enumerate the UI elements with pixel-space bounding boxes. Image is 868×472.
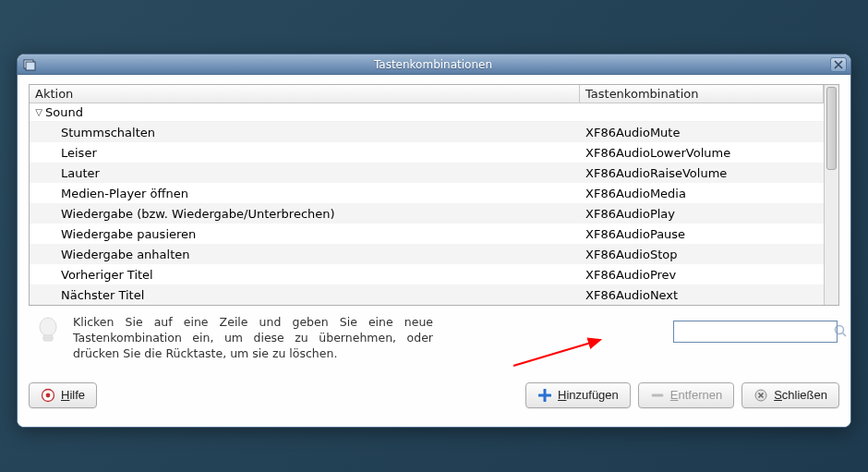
svg-line-6 xyxy=(843,333,847,336)
table-row[interactable]: Medien-Player öffnenXF86AudioMedia xyxy=(30,183,824,203)
cell-combo: XF86AudioPrev xyxy=(580,268,824,282)
scrollbar[interactable] xyxy=(824,85,838,305)
help-button[interactable]: Hilfe xyxy=(29,382,97,408)
column-action[interactable]: Aktion xyxy=(30,85,580,103)
cell-combo: XF86AudioNext xyxy=(580,288,824,302)
plus-icon xyxy=(537,388,552,403)
svg-rect-1 xyxy=(26,62,35,70)
table-row[interactable]: Wiedergabe (bzw. Wiedergabe/Unterbrechen… xyxy=(30,203,824,224)
search-input[interactable] xyxy=(678,325,833,339)
button-row: Hilfe Hinzufügen Entfernen Schließen xyxy=(29,382,839,408)
svg-point-2 xyxy=(40,318,56,336)
add-label: Hinzufügen xyxy=(558,388,619,402)
remove-label: Entfernen xyxy=(670,388,722,402)
table-row[interactable]: StummschaltenXF86AudioMute xyxy=(30,122,824,142)
shortcuts-table: Aktion Tastenkombination ▽SoundStummscha… xyxy=(29,84,839,306)
table-row[interactable]: Wiedergabe anhaltenXF86AudioStop xyxy=(30,244,824,264)
group-row[interactable]: ▽Sound xyxy=(30,103,824,122)
close-label: Schließen xyxy=(774,388,827,402)
svg-point-8 xyxy=(46,393,51,397)
cell-action: Medien-Player öffnen xyxy=(30,187,580,200)
scrollbar-thumb[interactable] xyxy=(826,87,837,170)
window-icon xyxy=(23,58,36,71)
table-row[interactable]: LauterXF86AudioRaiseVolume xyxy=(30,163,824,183)
cell-combo: XF86AudioLowerVolume xyxy=(580,146,824,160)
table-row[interactable]: LeiserXF86AudioLowerVolume xyxy=(30,142,824,163)
svg-point-5 xyxy=(836,325,844,333)
window-title: Tastenkombinationen xyxy=(36,58,830,71)
titlebar[interactable]: Tastenkombinationen xyxy=(18,54,850,75)
dialog-window: Tastenkombinationen Aktion Tastenkombina… xyxy=(17,54,851,428)
hint-row: Klicken Sie auf eine Zeile und geben Sie… xyxy=(29,315,839,362)
close-x-icon xyxy=(753,388,768,403)
cell-combo: XF86AudioMedia xyxy=(580,187,824,200)
table-row[interactable]: Wiedergabe pausierenXF86AudioPause xyxy=(30,224,824,244)
table-row[interactable]: Nächster TitelXF86AudioNext xyxy=(30,284,824,305)
cell-combo: XF86AudioRaiseVolume xyxy=(580,166,824,180)
table-header: Aktion Tastenkombination xyxy=(30,85,824,103)
search-icon xyxy=(833,323,848,341)
cell-action: Nächster Titel xyxy=(30,288,580,302)
cell-action: Stummschalten xyxy=(30,126,580,139)
search-input-wrap[interactable] xyxy=(673,321,838,343)
group-label: Sound xyxy=(45,105,83,119)
column-combo[interactable]: Tastenkombination xyxy=(580,85,824,103)
table-row[interactable]: Vorheriger TitelXF86AudioPrev xyxy=(30,264,824,284)
cell-action: Lauter xyxy=(30,166,580,180)
hint-text: Klicken Sie auf eine Zeile und geben Sie… xyxy=(73,315,433,362)
help-icon xyxy=(41,388,55,403)
dialog-content: Aktion Tastenkombination ▽SoundStummscha… xyxy=(18,75,850,427)
close-button[interactable]: Schließen xyxy=(741,382,839,408)
cell-action: Wiedergabe pausieren xyxy=(30,227,580,241)
cell-action: Wiedergabe anhalten xyxy=(30,248,580,261)
help-label: Hilfe xyxy=(61,388,85,402)
remove-button: Entfernen xyxy=(638,382,734,408)
add-button[interactable]: Hinzufügen xyxy=(525,382,631,408)
lightbulb-icon xyxy=(32,315,64,346)
cell-combo: XF86AudioStop xyxy=(580,248,824,261)
cell-action: Vorheriger Titel xyxy=(30,268,580,282)
cell-action: Wiedergabe (bzw. Wiedergabe/Unterbrechen… xyxy=(30,207,580,221)
cell-action: Leiser xyxy=(30,146,580,160)
close-icon[interactable] xyxy=(830,57,847,72)
minus-icon xyxy=(650,388,665,403)
expand-icon[interactable]: ▽ xyxy=(32,107,45,117)
cell-combo: XF86AudioMute xyxy=(580,126,824,139)
cell-combo: XF86AudioPause xyxy=(580,227,824,241)
cell-combo: XF86AudioPlay xyxy=(580,207,824,221)
